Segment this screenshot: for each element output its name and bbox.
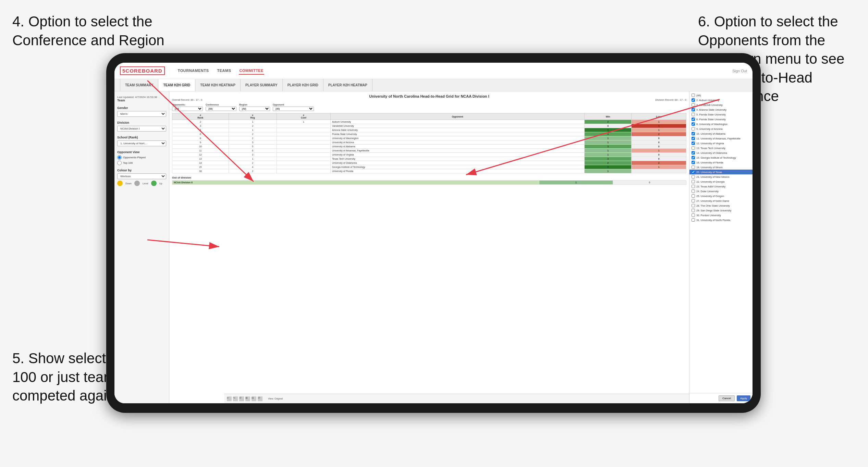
dropdown-item[interactable]: (All) bbox=[689, 93, 753, 98]
nav-committee[interactable]: COMMITTEE bbox=[239, 67, 265, 75]
col-reg: #Reg bbox=[229, 113, 277, 120]
subnav-team-h2h-heatmap[interactable]: TEAM H2H HEATMAP bbox=[195, 79, 241, 91]
radio-opponents-played[interactable]: Opponents Played bbox=[117, 155, 166, 160]
gender-section: Gender Men's bbox=[117, 106, 166, 117]
dropdown-item[interactable]: 4. Arizona State University bbox=[689, 107, 753, 112]
radio-top100-label: Top 100 bbox=[123, 161, 133, 164]
dropdown-item[interactable]: 6. Florida State University bbox=[689, 117, 753, 122]
dropdown-checkbox[interactable] bbox=[692, 98, 695, 102]
cell-name: University of Florida bbox=[331, 169, 585, 173]
dropdown-checkbox[interactable] bbox=[692, 156, 695, 159]
toolbar-bottom: ↩ ↪ ↺ ⊞ ⊟ ⏱ View: Original bbox=[224, 394, 689, 403]
dropdown-item[interactable]: 3. Vanderbilt University bbox=[689, 102, 753, 107]
subnav-team-h2h-grid[interactable]: TEAM H2H GRID bbox=[158, 79, 195, 91]
dropdown-checkbox[interactable] bbox=[692, 175, 695, 179]
dropdown-item[interactable]: 8. University of Washington bbox=[689, 122, 753, 126]
dropdown-item[interactable]: 14. University of Oklahoma bbox=[689, 150, 753, 155]
dropdown-checkbox[interactable] bbox=[692, 165, 695, 169]
cell-rank: 4 bbox=[172, 128, 229, 132]
dropdown-checkbox[interactable] bbox=[692, 151, 695, 155]
dropdown-checkbox[interactable] bbox=[692, 127, 695, 131]
dropdown-checkbox[interactable] bbox=[692, 108, 695, 111]
dropdown-item[interactable]: 16. University of Florida bbox=[689, 160, 753, 165]
radio-top100-input[interactable] bbox=[117, 161, 122, 165]
dropdown-item[interactable]: 15. Georgia Institute of Technology bbox=[689, 155, 753, 160]
dropdown-checkbox[interactable] bbox=[692, 213, 695, 217]
radio-top100[interactable]: Top 100 bbox=[117, 161, 166, 165]
dropdown-checkbox[interactable] bbox=[692, 118, 695, 121]
grid-icon[interactable]: ⊟ bbox=[252, 396, 256, 401]
undo-icon[interactable]: ↩ bbox=[227, 396, 232, 401]
radio-opponents-played-input[interactable] bbox=[117, 155, 122, 160]
table-row: 12 3 University of Virginia 1 0 bbox=[172, 153, 686, 157]
dropdown-checkbox[interactable] bbox=[692, 137, 695, 140]
dropdown-checkbox[interactable] bbox=[692, 103, 695, 107]
clock-icon[interactable]: ⏱ bbox=[258, 396, 262, 401]
dropdown-item[interactable]: 9. University of Arizona bbox=[689, 126, 753, 131]
dropdown-item-label: 5. Florida State University bbox=[696, 113, 726, 116]
dropdown-checkbox[interactable] bbox=[692, 209, 695, 212]
apply-button[interactable]: Apply bbox=[737, 395, 750, 401]
dropdown-item[interactable]: 20. University of Texas bbox=[689, 170, 753, 174]
colour-dropdown[interactable]: Win/loss bbox=[117, 173, 166, 179]
dropdown-item[interactable]: 11. University of Arkansas, Fayetteville bbox=[689, 136, 753, 141]
dropdown-item[interactable]: 10. University of Alabama bbox=[689, 131, 753, 136]
dropdown-checkbox[interactable] bbox=[692, 194, 695, 198]
dropdown-checkbox[interactable] bbox=[692, 180, 695, 183]
division-dropdown[interactable]: NCAA Division I bbox=[117, 126, 166, 132]
cell-reg: 2 bbox=[229, 161, 277, 165]
opponents-select[interactable]: (All) bbox=[172, 107, 203, 111]
subnav-player-h2h-grid[interactable]: PLAYER H2H GRID bbox=[283, 79, 323, 91]
sub-nav: TEAM SUMMARY TEAM H2H GRID TEAM H2H HEAT… bbox=[114, 79, 753, 91]
dropdown-item[interactable]: 28. The Ohio State University bbox=[689, 203, 753, 208]
dropdown-checkbox[interactable] bbox=[692, 170, 695, 174]
subnav-team-summary[interactable]: TEAM SUMMARY bbox=[120, 79, 158, 91]
cell-rank: 16 bbox=[172, 169, 229, 173]
opponent-select[interactable]: (All) bbox=[273, 107, 314, 111]
dropdown-item[interactable]: 5. Florida State University bbox=[689, 112, 753, 117]
dropdown-item[interactable]: 31. University of North Florida bbox=[689, 218, 753, 222]
nav-teams[interactable]: TEAMS bbox=[217, 67, 232, 75]
copy-icon[interactable]: ⊞ bbox=[245, 396, 250, 401]
dropdown-item[interactable]: 29. San Diego State University bbox=[689, 208, 753, 213]
dropdown-item[interactable]: 24. Duke University bbox=[689, 189, 753, 194]
nav-tournaments[interactable]: TOURNAMENTS bbox=[177, 67, 210, 75]
dropdown-item[interactable]: 25. University of Oregon bbox=[689, 194, 753, 198]
dropdown-checkbox[interactable] bbox=[692, 122, 695, 126]
cell-reg: 3 bbox=[229, 140, 277, 145]
dropdown-checkbox[interactable] bbox=[692, 199, 695, 202]
dropdown-checkbox[interactable] bbox=[692, 189, 695, 193]
gender-dropdown[interactable]: Men's bbox=[117, 111, 166, 117]
dropdown-checkbox[interactable] bbox=[692, 113, 695, 116]
dropdown-checkbox[interactable] bbox=[692, 204, 695, 207]
school-dropdown[interactable]: 1. University of Nort... bbox=[117, 140, 166, 146]
sign-out-link[interactable]: Sign Out bbox=[732, 69, 747, 73]
subnav-player-summary[interactable]: PLAYER SUMMARY bbox=[241, 79, 283, 91]
dropdown-checkbox[interactable] bbox=[692, 142, 695, 145]
dropdown-item-label: 3. Vanderbilt University bbox=[696, 103, 723, 107]
cell-conf bbox=[277, 145, 330, 149]
dropdown-item[interactable]: 21. University of New Mexico bbox=[689, 174, 753, 179]
redo-icon[interactable]: ↪ bbox=[233, 396, 238, 401]
dropdown-checkbox[interactable] bbox=[692, 161, 695, 164]
dropdown-checkbox[interactable] bbox=[692, 218, 695, 222]
dropdown-checkbox[interactable] bbox=[692, 146, 695, 150]
dropdown-item[interactable]: 2. Auburn University bbox=[689, 98, 753, 102]
dropdown-checkbox[interactable] bbox=[692, 185, 695, 188]
refresh-icon[interactable]: ↺ bbox=[239, 396, 244, 401]
dropdown-item[interactable]: 12. University of Virginia bbox=[689, 141, 753, 146]
conference-select[interactable]: (All) bbox=[206, 107, 236, 111]
dropdown-item[interactable]: 18. University of Illinois bbox=[689, 165, 753, 170]
dropdown-item[interactable]: 13. Texas Tech University bbox=[689, 146, 753, 150]
region-select[interactable]: (All) bbox=[239, 107, 270, 111]
subnav-player-h2h-heatmap[interactable]: PLAYER H2H HEATMAP bbox=[323, 79, 372, 91]
dropdown-item[interactable]: 23. Texas A&M University bbox=[689, 184, 753, 189]
dropdown-checkbox[interactable] bbox=[692, 94, 695, 97]
cancel-button[interactable]: Cancel bbox=[719, 395, 735, 401]
dropdown-item[interactable]: 27. University of Notre Dame bbox=[689, 198, 753, 203]
dropdown-item[interactable]: 30. Purdue University bbox=[689, 213, 753, 218]
opponent-dropdown-list[interactable]: (All)2. Auburn University3. Vanderbilt U… bbox=[689, 91, 753, 393]
dropdown-item[interactable]: 22. University of Georgia bbox=[689, 179, 753, 184]
cell-loss: 2 bbox=[632, 132, 686, 136]
dropdown-checkbox[interactable] bbox=[692, 132, 695, 135]
